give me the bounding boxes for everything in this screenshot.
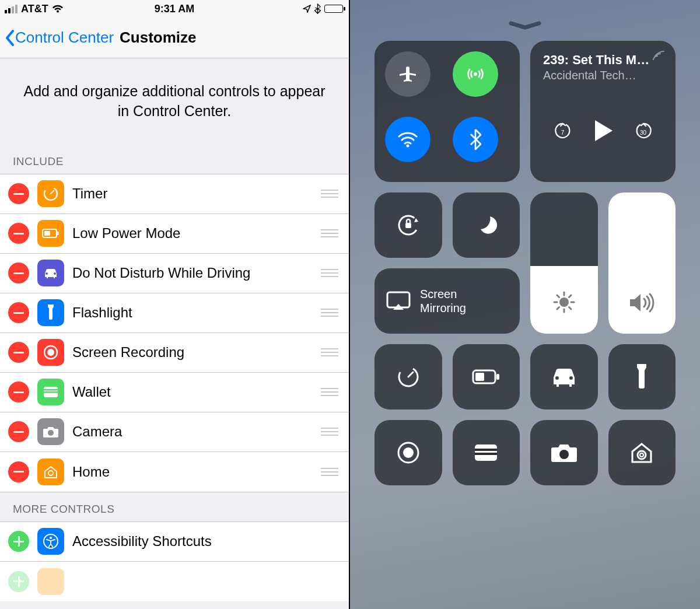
- camera-icon: [37, 418, 64, 445]
- navigation-bar: Control Center Customize: [0, 18, 349, 58]
- orientation-lock-toggle[interactable]: [374, 192, 442, 258]
- remove-button[interactable]: [8, 461, 29, 482]
- drag-handle-icon[interactable]: [321, 190, 341, 198]
- airplay-icon: [385, 290, 412, 312]
- dnd-driving-button[interactable]: [530, 344, 598, 410]
- list-item[interactable]: Accessibility Shortcuts: [0, 522, 349, 562]
- skip-forward-button[interactable]: 30: [633, 120, 654, 144]
- svg-point-28: [559, 450, 569, 459]
- carrier-label: AT&T: [21, 3, 48, 15]
- drag-handle-icon[interactable]: [321, 269, 341, 277]
- airplay-icon: [651, 49, 666, 64]
- remove-button[interactable]: [8, 183, 29, 204]
- drag-handle-icon[interactable]: [321, 348, 341, 356]
- accessibility-icon: [37, 528, 64, 555]
- row-label: Timer: [72, 186, 313, 202]
- svg-rect-26: [475, 449, 497, 451]
- remove-button[interactable]: [8, 342, 29, 363]
- wifi-toggle[interactable]: [385, 117, 430, 162]
- svg-point-5: [47, 349, 54, 356]
- skip-back-button[interactable]: 7: [552, 120, 573, 144]
- list-item[interactable]: Wallet: [0, 373, 349, 412]
- control-center-screen: 239: Set This M… Accidental Tech… 7 30: [350, 0, 700, 609]
- row-label: Home: [72, 464, 313, 480]
- back-button[interactable]: [5, 29, 15, 47]
- status-time: 9:31 AM: [155, 3, 194, 15]
- svg-rect-27: [475, 453, 497, 455]
- low-power-mode-button[interactable]: [453, 344, 520, 410]
- drag-handle-icon[interactable]: [321, 428, 341, 436]
- drag-handle-icon[interactable]: [321, 468, 341, 476]
- wallet-icon: [37, 379, 64, 405]
- list-item[interactable]: Timer: [0, 174, 349, 214]
- add-button[interactable]: [8, 571, 29, 592]
- play-button[interactable]: [592, 118, 615, 146]
- row-label: Flashlight: [72, 304, 313, 321]
- dismiss-handle-icon[interactable]: [508, 21, 542, 33]
- volume-icon: [628, 292, 656, 316]
- list-item[interactable]: Flashlight: [0, 293, 349, 333]
- camera-button[interactable]: [530, 420, 598, 485]
- drag-handle-icon[interactable]: [321, 388, 341, 396]
- do-not-disturb-toggle[interactable]: [453, 192, 520, 258]
- list-item[interactable]: Do Not Disturb While Driving: [0, 254, 349, 293]
- timer-icon: [37, 180, 64, 207]
- list-item[interactable]: Home: [0, 452, 349, 492]
- brightness-slider[interactable]: [530, 192, 598, 334]
- airplane-mode-toggle[interactable]: [385, 51, 430, 97]
- add-button[interactable]: [8, 531, 29, 552]
- now-playing-tile[interactable]: 239: Set This M… Accidental Tech… 7 30: [530, 41, 676, 182]
- svg-point-13: [474, 72, 477, 76]
- drag-handle-icon[interactable]: [321, 309, 341, 317]
- svg-rect-22: [496, 374, 499, 380]
- svg-point-29: [638, 451, 646, 459]
- svg-point-24: [403, 447, 414, 458]
- svg-point-10: [48, 471, 53, 475]
- row-label: Camera: [72, 424, 313, 440]
- section-header-more: MORE CONTROLS: [0, 492, 349, 522]
- back-label[interactable]: Control Center: [15, 29, 114, 47]
- list-item[interactable]: Camera: [0, 412, 349, 452]
- page-title: Customize: [120, 29, 196, 47]
- battery-icon: [324, 5, 343, 13]
- remove-button[interactable]: [8, 382, 29, 402]
- cell-signal-icon: [5, 5, 18, 13]
- partial-icon: [37, 568, 64, 595]
- svg-point-14: [407, 145, 410, 148]
- bluetooth-toggle[interactable]: [453, 117, 498, 162]
- list-item[interactable]: [0, 562, 349, 601]
- volume-slider[interactable]: [608, 192, 676, 334]
- screen-mirroring-label: Screen Mirroring: [420, 287, 466, 315]
- screen-mirroring-button[interactable]: Screen Mirroring: [374, 268, 520, 334]
- svg-point-17: [559, 298, 569, 307]
- list-item[interactable]: Screen Recording: [0, 333, 349, 373]
- wallet-button[interactable]: [453, 420, 520, 485]
- remove-button[interactable]: [8, 421, 29, 442]
- svg-rect-3: [57, 232, 59, 235]
- svg-rect-7: [44, 389, 58, 391]
- cellular-data-toggle[interactable]: [453, 51, 498, 97]
- remove-button[interactable]: [8, 302, 29, 323]
- low-power-mode-icon: [37, 220, 64, 247]
- bluetooth-icon: [314, 4, 321, 14]
- timer-button[interactable]: [374, 344, 442, 410]
- connectivity-tile[interactable]: [374, 41, 520, 182]
- drag-handle-icon[interactable]: [321, 229, 341, 237]
- remove-button[interactable]: [8, 262, 29, 284]
- home-button[interactable]: [608, 420, 676, 485]
- include-list: Timer Low Power Mode Do Not Disturb Whil…: [0, 174, 349, 492]
- row-label: Screen Recording: [72, 344, 313, 360]
- brightness-icon: [552, 290, 576, 316]
- status-bar: AT&T 9:31 AM: [0, 0, 349, 18]
- svg-point-9: [48, 430, 54, 436]
- remove-button[interactable]: [8, 223, 29, 244]
- flashlight-button[interactable]: [608, 344, 676, 410]
- list-item[interactable]: Low Power Mode: [0, 214, 349, 254]
- car-icon: [37, 260, 64, 286]
- media-subtitle: Accidental Tech…: [543, 69, 663, 82]
- svg-rect-16: [405, 223, 411, 228]
- media-title: 239: Set This M…: [543, 52, 663, 68]
- help-text: Add and organize additional controls to …: [0, 58, 349, 145]
- location-icon: [303, 5, 311, 13]
- screen-recording-button[interactable]: [374, 420, 442, 485]
